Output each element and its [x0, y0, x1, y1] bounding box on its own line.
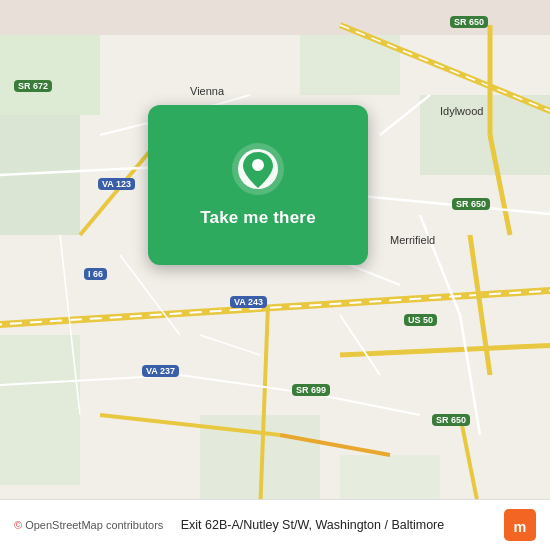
map-svg: [0, 0, 550, 550]
label-idylwood: Idylwood: [440, 105, 483, 117]
svg-point-40: [252, 159, 264, 171]
osm-attribution: © OpenStreetMap contributors: [14, 519, 171, 531]
badge-va123: VA 123: [98, 178, 135, 190]
svg-text:m: m: [514, 519, 527, 535]
destination-label: Exit 62B-A/Nutley St/W, Washington / Bal…: [181, 518, 494, 532]
copyright-icon: ©: [14, 519, 22, 531]
label-merrifield: Merrifield: [390, 234, 435, 246]
badge-sr650-right: SR 650: [452, 198, 490, 210]
location-pin-icon: [231, 142, 285, 196]
moovit-logo: m: [504, 509, 536, 541]
take-me-there-card[interactable]: Take me there: [148, 105, 368, 265]
map-container: SR 650 SR 672 SR 650 VA 123 VA 243 I 66 …: [0, 0, 550, 550]
badge-sr650-bot: SR 650: [432, 414, 470, 426]
svg-rect-1: [0, 35, 100, 115]
svg-rect-5: [0, 335, 80, 485]
label-vienna: Vienna: [190, 85, 224, 97]
badge-va243: VA 243: [230, 296, 267, 308]
badge-us50: US 50: [404, 314, 437, 326]
badge-i66: I 66: [84, 268, 107, 280]
take-me-there-label: Take me there: [200, 208, 316, 228]
badge-va237: VA 237: [142, 365, 179, 377]
badge-sr650-top: SR 650: [450, 16, 488, 28]
badge-sr699: SR 699: [292, 384, 330, 396]
badge-sr672: SR 672: [14, 80, 52, 92]
moovit-icon: m: [504, 509, 536, 541]
osm-text: OpenStreetMap contributors: [25, 519, 163, 531]
bottom-bar: © OpenStreetMap contributors Exit 62B-A/…: [0, 499, 550, 550]
